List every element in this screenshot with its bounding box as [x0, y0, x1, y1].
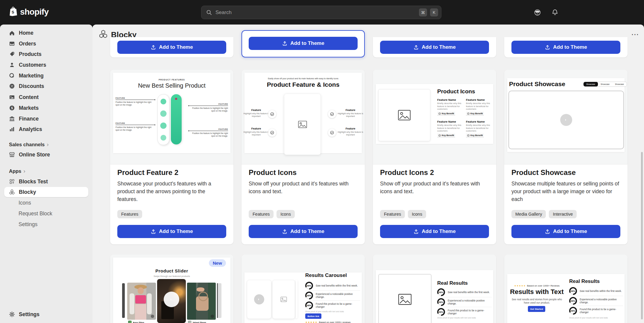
- sidebar-item-content[interactable]: Content: [4, 92, 88, 102]
- feature-block: Feature Name Briefly describe why this f…: [437, 120, 463, 138]
- sidebar-item-online-store[interactable]: Online Store: [4, 150, 88, 160]
- slide-video: [157, 279, 186, 323]
- add-to-theme-button[interactable]: Add to Theme: [117, 225, 226, 238]
- progress-ring: 90%: [569, 287, 577, 295]
- sidebar-item-marketing[interactable]: Marketing: [4, 71, 88, 81]
- slide-edge-right: [217, 283, 221, 318]
- sidebar-section-sales-channels[interactable]: Sales channels ›: [9, 141, 49, 148]
- card-product-icons-2: Product Icons Feature Name Briefly descr…: [373, 70, 496, 244]
- card-row1-4: Add to Theme: [504, 37, 628, 57]
- snowboard-left: [157, 94, 169, 145]
- sidebar-item-home[interactable]: Home: [4, 28, 88, 38]
- sidebar-section-apps[interactable]: Apps ›: [9, 168, 25, 174]
- add-to-theme-button[interactable]: Add to Theme: [249, 37, 358, 50]
- preview-get-started-button: Get Started: [528, 306, 545, 312]
- progress-ring: 90%: [569, 307, 577, 315]
- card-preview: Product Icons Feature Name Briefly descr…: [373, 70, 496, 164]
- image-placeholder-panel: [378, 89, 430, 141]
- sidebar-item-markets[interactable]: $ Markets: [4, 103, 88, 113]
- feature-block: Feature Highlight why this feature is im…: [338, 127, 363, 136]
- topbar: S shopify ⌘ K: [0, 0, 644, 25]
- notifications-bell-icon[interactable]: [549, 6, 561, 18]
- progress-ring: 90%: [437, 288, 445, 296]
- card-tags: Features Icons: [380, 210, 426, 218]
- blocky-cubes-icon: [9, 189, 15, 195]
- tag: Icons: [408, 210, 426, 218]
- feature-annotation: FEATURE Position the feature to highligh…: [189, 128, 228, 137]
- card-title: Product Showcase: [511, 168, 576, 177]
- card-description: Show off your product and it's features …: [249, 180, 358, 195]
- home-icon: [9, 30, 15, 36]
- progress-ring: 90%: [437, 308, 445, 316]
- card-preview: Real Results 90%Saw real benefits within…: [373, 255, 496, 323]
- overflow-menu-button[interactable]: ⋯: [630, 29, 641, 40]
- video-slide-panel: [247, 280, 271, 319]
- bar-chart-icon: [9, 126, 15, 132]
- add-to-theme-button[interactable]: Add to Theme: [117, 41, 226, 54]
- card-product-feature-2: PRODUCT FEATURES New Best Selling Produc…: [110, 70, 233, 244]
- card-product-slider: New Product Slider Swipe through our fea…: [110, 255, 233, 323]
- add-to-theme-button[interactable]: Add to Theme: [511, 41, 620, 54]
- tag: Icons: [277, 210, 295, 218]
- upload-icon: [282, 229, 288, 234]
- sidebar: Home Orders Products Customers Marketing…: [0, 25, 92, 323]
- add-to-theme-button[interactable]: Add to Theme: [511, 225, 620, 238]
- sidebar-item-blocks-test[interactable]: Blocks Test: [4, 176, 88, 187]
- card-real-results: Real Results 90%Saw real benefits within…: [373, 255, 496, 323]
- upload-icon: [151, 45, 156, 50]
- feature-block: Feature Name Briefly describe why this f…: [466, 120, 492, 138]
- tag: Features: [117, 210, 142, 218]
- check-circle-icon: [268, 129, 276, 137]
- upload-icon: [545, 45, 550, 50]
- video-panel: [508, 91, 624, 149]
- sidebar-item-analytics[interactable]: Analytics: [4, 124, 88, 134]
- sidebar-item-customers[interactable]: Customers: [4, 60, 88, 70]
- feature-block: Feature Name Briefly describe why this f…: [437, 98, 463, 116]
- search-input[interactable]: [215, 9, 416, 16]
- progress-ring: 90%: [305, 282, 313, 290]
- shopify-logo[interactable]: S shopify: [9, 7, 48, 17]
- add-to-theme-button[interactable]: Add to Theme: [380, 41, 489, 54]
- card-preview: ★★★★★ Based on over 1000+ Reviews Result…: [504, 255, 628, 323]
- gear-icon: [9, 311, 15, 318]
- sidebar-item-settings[interactable]: Settings: [4, 309, 88, 319]
- stars-icon: ★★★★★: [305, 321, 318, 323]
- reviews-line: ★★★★★ Based on over 1000+ reviews: [305, 321, 350, 323]
- card-product-showcase: Product Showcase Showcase Showcase Showc…: [504, 70, 628, 244]
- svg-text:S: S: [12, 10, 14, 14]
- sidebar-item-finance[interactable]: Finance: [4, 114, 88, 124]
- sidebar-item-products[interactable]: Products: [4, 49, 88, 59]
- person-icon: [9, 62, 15, 68]
- feature-block: Feature Highlight why this feature is im…: [338, 109, 363, 118]
- sidebar-item-discounts[interactable]: Discounts: [4, 81, 88, 91]
- slide-product-label: Velvet Shore: [188, 321, 206, 323]
- sidebar-item-orders[interactable]: Orders: [4, 39, 88, 49]
- blocky-app-icon: [98, 29, 108, 40]
- upload-icon: [413, 229, 419, 234]
- card-preview: Results Carousel 90%Saw real benefits wi…: [242, 255, 365, 323]
- account-avatar-icon[interactable]: [531, 6, 543, 18]
- vertical-scrollbar[interactable]: [641, 152, 643, 319]
- snowboard-right: [171, 94, 182, 144]
- marketing-target-icon: [9, 73, 15, 79]
- sidebar-item-icons[interactable]: Icons: [4, 198, 88, 208]
- svg-text:$: $: [11, 106, 13, 110]
- card-title: Product Icons: [249, 168, 297, 177]
- global-search[interactable]: ⌘ K: [201, 6, 441, 19]
- card-preview: New Product Slider Swipe through our fea…: [110, 255, 233, 323]
- play-icon: [254, 294, 264, 304]
- add-to-theme-button[interactable]: Add to Theme: [380, 225, 489, 238]
- add-to-theme-button[interactable]: Add to Theme: [249, 225, 358, 238]
- card-row1-3: Add to Theme: [373, 37, 496, 57]
- progress-ring: 90%: [305, 301, 313, 309]
- card-results-carousel: Results Carousel 90%Saw real benefits wi…: [242, 255, 365, 323]
- sidebar-item-app-settings[interactable]: Settings: [4, 219, 88, 229]
- shopify-bag-icon: S: [9, 7, 17, 17]
- slide-edge-left: [122, 283, 125, 318]
- sidebar-item-blocky[interactable]: Blocky: [4, 187, 88, 197]
- sidebar-item-request-block[interactable]: Request Block: [4, 208, 88, 219]
- chevron-right-icon: ›: [47, 141, 48, 148]
- tag: Media Gallery: [511, 210, 546, 218]
- showcase-tabs: Showcase Showcase Showcase: [583, 82, 627, 87]
- check-circle-icon: [328, 110, 336, 118]
